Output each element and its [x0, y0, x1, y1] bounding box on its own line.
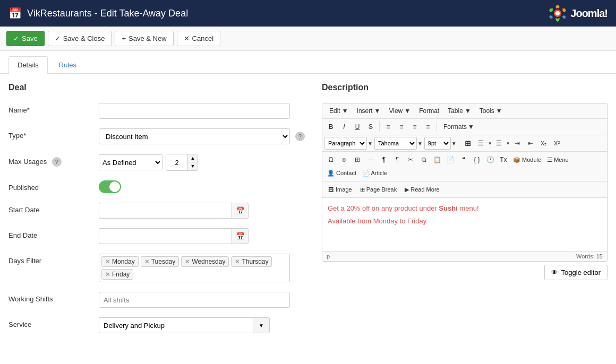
formats-btn[interactable]: Formats ▼ [439, 121, 478, 133]
table-btn[interactable]: ⊞ [351, 153, 364, 166]
name-input[interactable]: Sushi 20% off [99, 103, 290, 119]
blockquote-btn[interactable]: ❝ [457, 153, 470, 166]
description-section-title: Description [322, 83, 608, 92]
tag-friday-remove[interactable]: ✕ [105, 271, 110, 278]
spinner-down-btn[interactable]: ▼ [188, 162, 198, 170]
bold-btn[interactable]: B [324, 120, 337, 133]
start-date-group: 📅 [99, 203, 311, 219]
svg-point-1 [555, 11, 560, 15]
indent-btn[interactable]: ⇥ [511, 137, 524, 150]
strikethrough-btn[interactable]: S [364, 120, 377, 133]
tag-wednesday-remove[interactable]: ✕ [185, 258, 190, 265]
ol-btn[interactable]: ☰ [493, 137, 506, 150]
published-toggle[interactable] [99, 180, 121, 193]
tag-monday-remove[interactable]: ✕ [105, 258, 110, 265]
left-panel: Deal Name* Sushi 20% off Type* Discount … [8, 83, 311, 363]
start-date-label: Start Date [8, 203, 99, 214]
max-usages-number-input[interactable]: 2 [166, 154, 187, 170]
article-btn[interactable]: 📄 Article [360, 167, 390, 179]
service-dropdown-btn[interactable]: ▼ [253, 317, 270, 333]
tag-thursday-remove[interactable]: ✕ [235, 258, 239, 265]
cut-btn[interactable]: ✂ [404, 153, 417, 166]
type-row: Type* Discount Item ? [8, 128, 311, 144]
contact-btn[interactable]: 👤 Contact [324, 167, 359, 179]
source-btn[interactable]: { } [470, 153, 483, 166]
para-btn[interactable]: ¶ [378, 153, 390, 166]
hr-btn[interactable]: — [364, 153, 377, 166]
days-tags-container[interactable]: ✕ Monday ✕ Tuesday ✕ Wednesday ✕ [99, 254, 290, 282]
clock-btn[interactable]: 🕐 [484, 153, 497, 166]
service-select[interactable]: Delivery and Pickup [99, 317, 253, 333]
save-button-label: Save [22, 34, 38, 42]
align-justify-btn[interactable]: ≡ [422, 120, 434, 133]
module-btn[interactable]: 📦 Module [510, 153, 544, 166]
readmore-btn[interactable]: ▶ Read More [401, 183, 443, 196]
emoji-btn[interactable]: ☺ [338, 153, 350, 166]
tab-details[interactable]: Details [8, 56, 48, 74]
menu-btn[interactable]: ☰ Menu [544, 153, 571, 166]
end-date-calendar-btn[interactable]: 📅 [232, 228, 249, 244]
tag-tuesday-remove[interactable]: ✕ [144, 258, 149, 265]
ltr-btn[interactable]: ¶ [391, 153, 404, 166]
toolbar: ✓ Save ✓ Save & Close + Save & New ✕ Can… [0, 27, 616, 51]
omega-btn[interactable]: Ω [324, 153, 337, 166]
joomla-icon [548, 4, 567, 23]
paragraph-select[interactable]: Paragraph [324, 137, 367, 150]
underline-btn[interactable]: U [351, 120, 364, 133]
type-select[interactable]: Discount Item [99, 128, 290, 144]
subscript-btn[interactable]: X₂ [537, 137, 550, 150]
align-center-btn[interactable]: ≡ [395, 120, 408, 133]
save-new-label: Save & New [129, 34, 167, 42]
header: 📅 VikRestaurants - Edit Take-Away Deal J… [0, 0, 616, 27]
editor-toolbar-1: B I U S ≡ ≡ ≡ ≡ Formats ▼ [322, 119, 607, 135]
type-help-icon[interactable]: ? [295, 132, 305, 141]
paste-text-btn[interactable]: 📄 [444, 153, 457, 166]
menu-tools[interactable]: Tools ▼ [476, 106, 506, 116]
service-control: Delivery and Pickup ▼ [99, 317, 311, 333]
tag-monday: ✕ Monday [101, 256, 139, 267]
menu-format[interactable]: Format [415, 106, 443, 116]
menu-insert[interactable]: Insert ▼ [353, 106, 384, 116]
menu-table[interactable]: Table ▼ [444, 106, 475, 116]
pagebreak-btn[interactable]: ⊞ Page Break [356, 183, 401, 196]
format-block-btn[interactable]: ⊞ [461, 137, 474, 150]
cursor-btn[interactable]: Tx [497, 153, 510, 166]
italic-btn[interactable]: I [338, 120, 350, 133]
start-date-input[interactable] [99, 203, 232, 219]
save-new-button[interactable]: + Save & New [115, 31, 173, 46]
start-date-calendar-btn[interactable]: 📅 [232, 203, 249, 219]
tab-rules[interactable]: Rules [50, 56, 85, 73]
superscript-btn[interactable]: X² [551, 137, 563, 150]
align-left-btn[interactable]: ≡ [382, 120, 395, 133]
spinner-up-btn[interactable]: ▲ [188, 154, 198, 162]
font-select[interactable]: Tahoma [374, 137, 417, 150]
copy-btn[interactable]: ⧉ [417, 153, 430, 166]
menu-edit[interactable]: Edit ▼ [326, 106, 352, 116]
save-button[interactable]: ✓ Save [6, 31, 45, 46]
menu-view[interactable]: View ▼ [385, 106, 414, 116]
image-btn[interactable]: 🖼 Image [324, 183, 356, 196]
save-check-icon: ✓ [13, 34, 19, 42]
paste-btn[interactable]: 📋 [431, 153, 443, 166]
working-shifts-input[interactable] [99, 292, 290, 308]
editor-toolbar-3: Ω ☺ ⊞ — ¶ ¶ ✂ ⧉ 📋 📄 ❝ { } 🕐 Tx 📦 Module … [322, 152, 607, 181]
published-row: Published [8, 180, 311, 193]
align-right-btn[interactable]: ≡ [408, 120, 421, 133]
font-size-select[interactable]: 9pt [424, 137, 451, 150]
cancel-button[interactable]: ✕ Cancel [177, 31, 220, 46]
save-close-label: Save & Close [63, 34, 105, 42]
ul-btn[interactable]: ☰ [475, 137, 487, 150]
tag-tuesday: ✕ Tuesday [141, 256, 179, 267]
save-close-button[interactable]: ✓ Save & Close [48, 31, 112, 46]
content-line2: Available from Monday to Friday. [328, 216, 602, 227]
max-usages-select[interactable]: As Defined [99, 154, 162, 170]
page-title: VikRestaurants - Edit Take-Away Deal [27, 8, 188, 19]
joomla-logo: Joomla! [548, 4, 608, 23]
toggle-editor-btn[interactable]: 👁 Toggle editor [544, 265, 608, 280]
end-date-input[interactable] [99, 228, 232, 244]
editor-content[interactable]: Get a 20% off on any product under Sushi… [322, 198, 607, 251]
editor-wrapper: Edit ▼ Insert ▼ View ▼ Format Table ▼ To… [322, 103, 608, 262]
outdent-btn[interactable]: ⇤ [524, 137, 537, 150]
max-usages-label: Max Usages ? [8, 154, 99, 167]
max-usages-help-icon[interactable]: ? [52, 157, 62, 167]
